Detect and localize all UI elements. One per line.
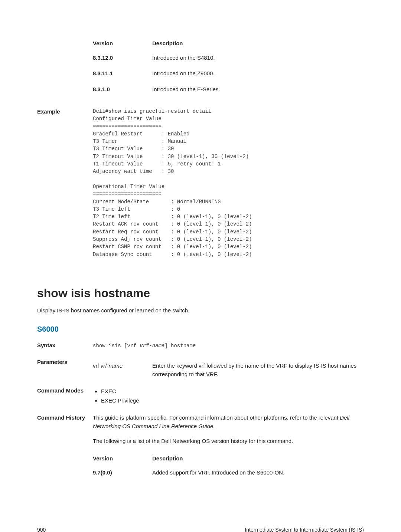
- example-code: Dell#show isis graceful-restart detail C…: [93, 108, 364, 258]
- table-row: 9.7(0.0) Added support for VRF. Introduc…: [93, 465, 364, 481]
- page-number: 900: [37, 526, 46, 532]
- version-cell: 9.7(0.0): [93, 465, 152, 481]
- command-modes-list: EXEC EXEC Privilege: [93, 387, 364, 405]
- chapter-title: Intermediate System to Intermediate Syst…: [245, 526, 364, 532]
- table-row: 8.3.11.1 Introduced on the Z9000.: [93, 66, 364, 82]
- description-cell: Introduced on the Z9000.: [152, 66, 364, 82]
- section-description: Display IS-IS host names configured or l…: [37, 306, 364, 315]
- version-table-block: Version Description 8.3.12.0 Introduced …: [37, 37, 364, 108]
- description-cell: Introduced on the E-Series.: [152, 82, 364, 98]
- history-version-table: Version Description 9.7(0.0) Added suppo…: [93, 452, 364, 481]
- version-header: Version: [93, 37, 152, 50]
- page-footer: 900 Intermediate System to Intermediate …: [0, 511, 401, 532]
- syntax-code: show isis [vrf vrf-name] hostname: [93, 343, 196, 349]
- model-heading: S6000: [37, 324, 364, 335]
- example-label: Example: [37, 108, 93, 258]
- syntax-label: Syntax: [37, 341, 93, 350]
- parameters-label: Parameters: [37, 358, 93, 378]
- param-desc: Enter the keyword vrf followed by the na…: [152, 362, 364, 378]
- section-title: show isis hostname: [37, 284, 364, 302]
- example-block: Example Dell#show isis graceful-restart …: [37, 108, 364, 258]
- parameters-row: Parameters vrf vrf-name Enter the keywor…: [37, 358, 364, 378]
- description-header: Description: [152, 37, 364, 50]
- command-history-row: Command History This guide is platform-s…: [37, 414, 364, 481]
- param-key: vrf vrf-name: [93, 362, 152, 378]
- syntax-row: Syntax show isis [vrf vrf-name] hostname: [37, 341, 364, 350]
- list-item: EXEC Privilege: [101, 397, 364, 405]
- table-row: 8.3.1.0 Introduced on the E-Series.: [93, 82, 364, 98]
- description-cell: Introduced on the S4810.: [152, 50, 364, 66]
- description-header: Description: [152, 452, 364, 465]
- version-table: Version Description 8.3.12.0 Introduced …: [93, 37, 364, 97]
- command-history-label: Command History: [37, 414, 93, 481]
- description-cell: Added support for VRF. Introduced on the…: [152, 465, 364, 481]
- history-para-2: The following is a list of the Dell Netw…: [93, 437, 364, 446]
- version-cell: 8.3.1.0: [93, 82, 152, 98]
- version-cell: 8.3.12.0: [93, 50, 152, 66]
- version-cell: 8.3.11.1: [93, 66, 152, 82]
- list-item: EXEC: [101, 387, 364, 396]
- version-header: Version: [93, 452, 152, 465]
- command-modes-label: Command Modes: [37, 387, 93, 405]
- history-para-1: This guide is platform-specific. For com…: [93, 414, 364, 430]
- command-modes-row: Command Modes EXEC EXEC Privilege: [37, 387, 364, 405]
- table-row: 8.3.12.0 Introduced on the S4810.: [93, 50, 364, 66]
